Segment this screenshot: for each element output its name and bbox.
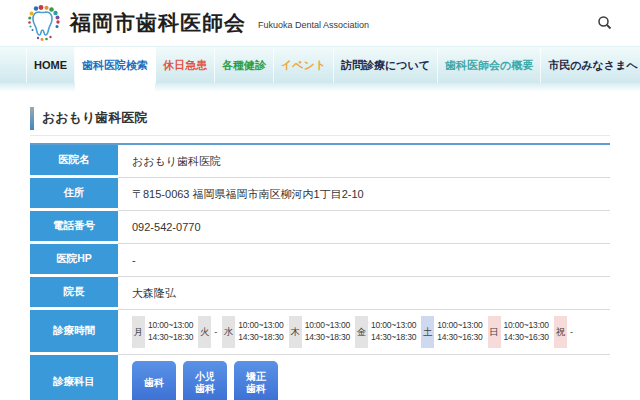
day-times: 10:00~13:0014:30~18:30 xyxy=(371,320,416,344)
search-icon[interactable] xyxy=(596,14,614,32)
clinic-row-hours: 診療時間月10:00~13:0014:30~18:30火-水10:00~13:0… xyxy=(30,310,610,355)
day-times: 10:00~13:0014:30~16:30 xyxy=(504,320,549,344)
clinic-row-subjects: 診療科目歯科小児歯科矯正歯科 xyxy=(30,355,610,400)
day-times: - xyxy=(214,327,217,337)
hour-entry-水: 水10:00~13:0014:30~18:30 xyxy=(222,316,283,348)
clinic-row-subjects-badge[interactable]: 歯科 xyxy=(132,361,176,400)
nav-item-4[interactable]: イベント xyxy=(274,47,334,83)
clinic-row-4: 院長大森隆弘 xyxy=(30,277,610,310)
clinic-row-3: 医院HP- xyxy=(30,244,610,277)
clinic-row-subjects-value: 歯科小児歯科矯正歯科 xyxy=(118,355,610,400)
day-chip: 木 xyxy=(289,316,302,348)
day-times: 10:00~13:0014:30~18:30 xyxy=(148,320,193,344)
clinic-row-2-value: 092-542-0770 xyxy=(118,211,610,244)
nav-item-6[interactable]: 歯科医師会の概要 xyxy=(438,47,541,83)
site-header: 福岡市歯科医師会 Fukuoka Dental Association xyxy=(0,0,640,46)
clinic-table: 医院名おおもり歯科医院住所〒815-0063 福岡県福岡市南区柳河内1丁目2-1… xyxy=(30,143,610,400)
clinic-row-subjects-badge[interactable]: 矯正歯科 xyxy=(234,361,278,400)
clinic-row-0-value: おおもり歯科医院 xyxy=(118,145,610,178)
nav-item-7[interactable]: 市民のみなさまへ xyxy=(541,47,640,83)
day-times: 10:00~13:0014:30~18:30 xyxy=(238,320,283,344)
nav-item-5[interactable]: 訪問診療について xyxy=(334,47,438,83)
hour-entry-木: 木10:00~13:0014:30~18:30 xyxy=(289,316,350,348)
day-chip: 金 xyxy=(355,316,368,348)
hour-entry-祝: 祝- xyxy=(554,316,573,348)
clinic-row-4-label: 院長 xyxy=(30,277,118,307)
clinic-row-hours-label: 診療時間 xyxy=(30,310,118,352)
page-title: おおもり歯科医院 xyxy=(30,102,610,136)
day-chip: 日 xyxy=(488,316,501,348)
clinic-row-4-value: 大森隆弘 xyxy=(118,277,610,310)
hour-entry-金: 金10:00~13:0014:30~18:30 xyxy=(355,316,416,348)
day-chip: 水 xyxy=(222,316,235,348)
site-title: 福岡市歯科医師会 xyxy=(70,9,246,37)
clinic-row-0-label: 医院名 xyxy=(30,145,118,175)
day-chip: 月 xyxy=(132,316,145,348)
hour-entry-月: 月10:00~13:0014:30~18:30 xyxy=(132,316,193,348)
clinic-row-hours-value: 月10:00~13:0014:30~18:30火-水10:00~13:0014:… xyxy=(118,310,610,355)
day-times: 10:00~13:0014:30~18:30 xyxy=(305,320,350,344)
clinic-row-2-label: 電話番号 xyxy=(30,211,118,241)
hour-entry-土: 土10:00~13:0014:30~16:30 xyxy=(421,316,482,348)
hour-entry-火: 火- xyxy=(198,316,217,348)
main-nav: HOME歯科医院検索休日急患各種健診イベント訪問診療について歯科医師会の概要市民… xyxy=(0,46,640,83)
nav-wrapper: HOME歯科医院検索休日急患各種健診イベント訪問診療について歯科医師会の概要市民… xyxy=(0,46,640,92)
clinic-row-0: 医院名おおもり歯科医院 xyxy=(30,145,610,178)
nav-item-0[interactable]: HOME xyxy=(26,47,75,83)
nav-item-3[interactable]: 各種健診 xyxy=(215,47,274,83)
day-times: - xyxy=(570,327,573,337)
nav-item-2[interactable]: 休日急患 xyxy=(156,47,215,83)
clinic-row-1-value: 〒815-0063 福岡県福岡市南区柳河内1丁目2-10 xyxy=(118,178,610,211)
clinic-row-subjects-badge[interactable]: 小児歯科 xyxy=(183,361,227,400)
main-content: おおもり歯科医院 医院名おおもり歯科医院住所〒815-0063 福岡県福岡市南区… xyxy=(30,102,610,400)
hour-entry-日: 日10:00~13:0014:30~16:30 xyxy=(488,316,549,348)
day-chip: 祝 xyxy=(554,316,567,348)
day-chip: 火 xyxy=(198,316,211,348)
nav-item-1[interactable]: 歯科医院検索 xyxy=(75,47,156,83)
clinic-row-3-label: 医院HP xyxy=(30,244,118,274)
day-times: 10:00~13:0014:30~16:30 xyxy=(437,320,482,344)
tooth-logo-icon xyxy=(28,5,62,41)
clinic-row-1: 住所〒815-0063 福岡県福岡市南区柳河内1丁目2-10 xyxy=(30,178,610,211)
site-subtitle: Fukuoka Dental Association xyxy=(258,20,369,30)
clinic-row-3-value: - xyxy=(118,244,610,277)
clinic-row-1-label: 住所 xyxy=(30,178,118,208)
day-chip: 土 xyxy=(421,316,434,348)
clinic-row-2: 電話番号092-542-0770 xyxy=(30,211,610,244)
clinic-row-subjects-label: 診療科目 xyxy=(30,355,118,400)
